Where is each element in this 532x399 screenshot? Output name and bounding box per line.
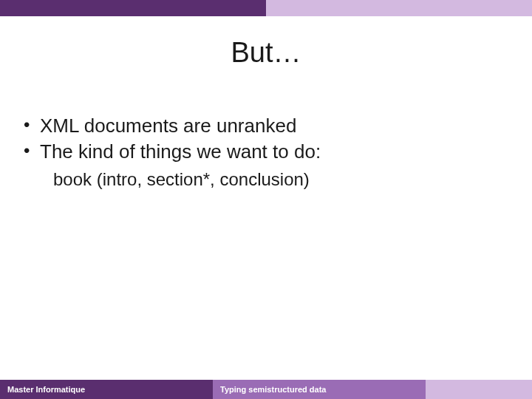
example-line: book (intro, section*, conclusion) [21,169,532,190]
bullet-list: XML documents are unranked The kind of t… [21,113,532,165]
header-bar-left [0,0,266,16]
footer-right [426,380,532,399]
footer-center: Typing semistructured data [213,380,426,399]
header-bar [0,0,532,16]
bullet-item: The kind of things we want to do: [21,139,532,165]
footer-bar: Master Informatique Typing semistructure… [0,380,532,399]
slide-content: XML documents are unranked The kind of t… [0,113,532,190]
slide-title: But… [0,37,532,69]
footer-left: Master Informatique [0,380,213,399]
header-bar-right [266,0,532,16]
bullet-item: XML documents are unranked [21,113,532,139]
